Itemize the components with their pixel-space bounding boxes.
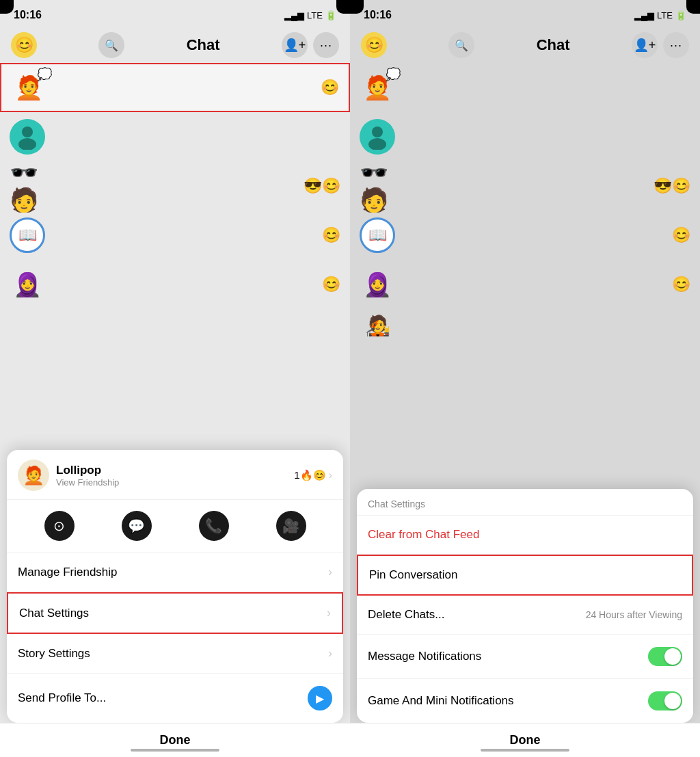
- friend-view-friendship[interactable]: View Friendship: [56, 477, 119, 488]
- message-notifications-toggle[interactable]: [648, 647, 682, 666]
- manage-friendship-label: Manage Friendship: [18, 566, 118, 579]
- friend-avatar: 🧑‍🦰: [18, 460, 49, 491]
- delete-chats-label: Delete Chats...: [368, 608, 444, 622]
- chat-item-6-right[interactable]: 🧑‍🎤: [350, 309, 700, 336]
- avatar-3-right: 🕶️🧑: [360, 168, 395, 204]
- chat-title-right: Chat: [537, 36, 570, 54]
- home-indicator-right: [481, 749, 569, 752]
- corner-notch-right-l: [350, 0, 364, 14]
- chat-header-right: 😊 🔍 Chat 👤+ ···: [350, 27, 700, 63]
- header-right-right: 👤+ ···: [632, 32, 689, 58]
- network-left: LTE: [307, 10, 323, 21]
- emoji-5-left: 😊: [322, 276, 340, 293]
- clear-chat-feed-label: Clear from Chat Feed: [368, 528, 479, 542]
- done-bar-right[interactable]: Done: [350, 723, 700, 757]
- action-icons: ⊙ 💬 📞 🎥: [7, 500, 343, 553]
- delete-chats-item[interactable]: Delete Chats... 24 Hours after Viewing: [357, 596, 693, 635]
- send-profile-btn[interactable]: ▶: [308, 686, 332, 710]
- avatar-3-left: 🕶️🧑: [10, 168, 45, 204]
- chat-item-5-right[interactable]: 🧕 😊: [350, 260, 700, 309]
- battery-icon-left: 🔋: [325, 10, 336, 21]
- chat-item-3-left[interactable]: 🕶️🧑 😎😊: [0, 161, 350, 211]
- chat-header-left: 😊 🔍 Chat 👤+ ···: [0, 27, 350, 63]
- header-right-left: 👤+ ···: [282, 32, 339, 58]
- chat-action-btn[interactable]: 💬: [122, 511, 152, 541]
- message-notifications-item[interactable]: Message Notifications: [357, 635, 693, 679]
- game-notifications-toggle[interactable]: [648, 691, 682, 710]
- chat-title-left: Chat: [187, 36, 220, 54]
- add-friend-btn-right[interactable]: 👤+: [632, 32, 658, 58]
- svg-point-3: [368, 138, 386, 150]
- send-profile-label: Send Profile To...: [18, 691, 106, 705]
- corner-notch-right-r: [686, 0, 700, 14]
- streak-count: 1🔥😊: [294, 469, 325, 481]
- avatar-5-left: 🧕: [10, 267, 45, 302]
- svg-point-0: [22, 127, 33, 137]
- friend-name: Lollipop: [56, 464, 119, 477]
- friend-popup-left: 🧑‍🦰 Lollipop View Friendship 1🔥😊 › ⊙ 💬 📞…: [7, 450, 343, 723]
- emoji-3-left: 😎😊: [304, 177, 340, 195]
- chat-item-2-left[interactable]: [0, 112, 350, 161]
- chat-item-2-right[interactable]: [350, 112, 700, 161]
- pin-conversation-item[interactable]: Pin Conversation: [357, 555, 693, 596]
- svg-point-1: [18, 138, 36, 150]
- avatar-1-left: 🧑‍🦰 💭: [11, 70, 46, 105]
- search-btn-right[interactable]: 🔍: [448, 32, 474, 58]
- right-phone-panel: 10:16 ▂▄▆ LTE 🔋 😊 🔍 Chat 👤+ ··· 🧑‍🦰 💭: [350, 0, 700, 757]
- chat-item-1-right[interactable]: 🧑‍🦰 💭: [350, 63, 700, 112]
- signal-icon-left: ▂▄▆: [284, 10, 304, 21]
- done-label-right: Done: [510, 733, 541, 747]
- video-action-btn[interactable]: 🎥: [276, 511, 306, 541]
- camera-action-btn[interactable]: ⊙: [44, 511, 75, 541]
- clear-chat-feed-item[interactable]: Clear from Chat Feed: [357, 516, 693, 555]
- delete-chats-right-text: 24 Hours after Viewing: [586, 609, 682, 620]
- status-icons-right: ▂▄▆ LTE 🔋: [634, 10, 686, 21]
- settings-sheet-title: Chat Settings: [357, 489, 693, 516]
- add-friend-btn-left[interactable]: 👤+: [282, 32, 308, 58]
- friend-streak: 1🔥😊 ›: [294, 469, 332, 481]
- done-bar-left[interactable]: Done: [0, 723, 350, 757]
- avatar-4-left: 📖: [10, 217, 45, 253]
- status-bar-right: 10:16 ▂▄▆ LTE 🔋: [350, 0, 700, 27]
- status-icons-left: ▂▄▆ LTE 🔋: [284, 10, 336, 21]
- more-btn-left[interactable]: ···: [313, 32, 339, 58]
- avatar-5-right: 🧕: [360, 267, 395, 302]
- send-profile-item[interactable]: Send Profile To... ▶: [7, 674, 343, 723]
- svg-point-2: [372, 127, 383, 137]
- avatar-2-left: [10, 119, 45, 155]
- phone-action-btn[interactable]: 📞: [199, 511, 229, 541]
- chat-item-1-left[interactable]: 🧑‍🦰 💭 😊: [0, 63, 350, 112]
- avatar-6-right: 🧑‍🎤: [360, 309, 395, 336]
- chat-item-4-right[interactable]: 📖 😊: [350, 211, 700, 260]
- avatar-1-right: 🧑‍🦰 💭: [360, 70, 395, 105]
- network-right: LTE: [657, 10, 673, 21]
- emoji-4-right: 😊: [672, 226, 690, 244]
- user-avatar-btn-left[interactable]: 😊: [11, 32, 37, 58]
- user-avatar-btn-right[interactable]: 😊: [361, 32, 387, 58]
- emoji-5-right: 😊: [672, 276, 690, 293]
- search-btn-left[interactable]: 🔍: [98, 32, 124, 58]
- home-indicator-left: [131, 749, 219, 752]
- story-settings-item[interactable]: Story Settings ›: [7, 634, 343, 674]
- corner-notch-right: [336, 0, 350, 14]
- chat-item-5-left[interactable]: 🧕 😊: [0, 260, 350, 309]
- avatar-2-right: [360, 119, 395, 155]
- chat-settings-item[interactable]: Chat Settings ›: [7, 592, 343, 634]
- message-notifications-label: Message Notifications: [368, 650, 481, 663]
- game-notifications-item[interactable]: Game And Mini Notifications: [357, 679, 693, 723]
- corner-notch-left: [0, 0, 14, 14]
- avatar-4-right: 📖: [360, 217, 395, 253]
- pin-conversation-label: Pin Conversation: [369, 568, 457, 582]
- settings-popup-right: Chat Settings Clear from Chat Feed Pin C…: [357, 489, 693, 723]
- chat-list-left: 🧑‍🦰 💭 😊 🕶️🧑 😎😊 📖 😊 🧕: [0, 63, 350, 309]
- done-label-left: Done: [160, 733, 191, 747]
- emoji-3-right: 😎😊: [654, 177, 690, 195]
- manage-friendship-item[interactable]: Manage Friendship ›: [7, 553, 343, 592]
- chat-item-4-left[interactable]: 📖 😊: [0, 211, 350, 260]
- friend-header: 🧑‍🦰 Lollipop View Friendship 1🔥😊 ›: [7, 450, 343, 500]
- emoji-1-left: 😊: [321, 79, 339, 96]
- story-settings-label: Story Settings: [18, 647, 90, 661]
- status-bar-left: 10:16 ▂▄▆ LTE 🔋: [0, 0, 350, 27]
- chat-item-3-right[interactable]: 🕶️🧑 😎😊: [350, 161, 700, 211]
- more-btn-right[interactable]: ···: [663, 32, 689, 58]
